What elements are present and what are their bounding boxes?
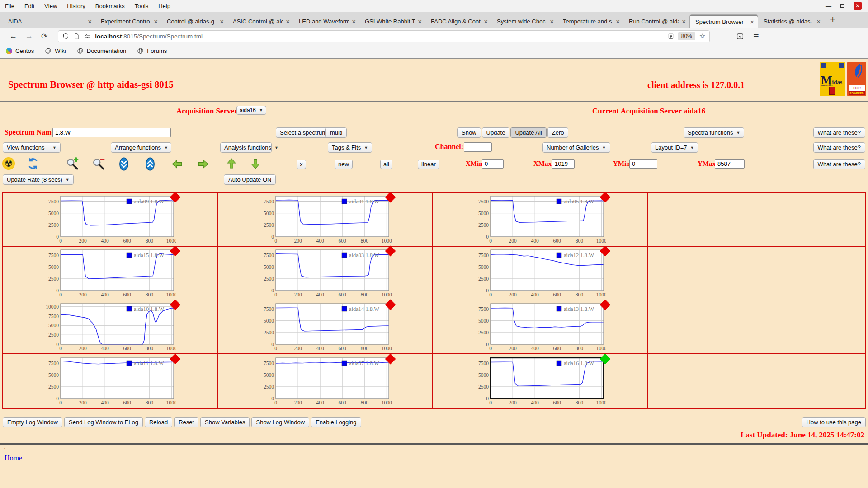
zoom-in-icon[interactable] [66, 157, 79, 171]
tab-close-icon[interactable]: × [285, 18, 291, 25]
tab-system-wide-chec[interactable]: System wide Chec× [491, 14, 557, 28]
what-are-these-button[interactable]: What are these? [813, 142, 865, 153]
new-tab-button[interactable]: + [824, 14, 841, 27]
reload-icon[interactable]: ⟳ [37, 32, 52, 41]
show-button[interactable]: Show [457, 127, 481, 138]
tab-gsi-white-rabbit-t[interactable]: GSI White Rabbit T× [359, 14, 425, 28]
tab-close-icon[interactable]: × [153, 18, 159, 25]
tab-close-icon[interactable]: × [219, 18, 225, 25]
zero-button[interactable]: Zero [547, 127, 569, 138]
tab-close-icon[interactable]: × [681, 18, 687, 25]
analysis-functions-dropdown[interactable]: Analysis functions▼ [220, 142, 272, 153]
hamburger-menu-icon[interactable]: ≡ [753, 31, 759, 42]
tab-close-icon[interactable]: × [749, 18, 755, 26]
what-are-these-button[interactable]: What are these? [813, 159, 865, 169]
expand-vertical-icon[interactable] [145, 157, 156, 171]
pocket-icon[interactable] [736, 33, 744, 40]
ymax-input[interactable] [715, 159, 745, 169]
tab-close-icon[interactable]: × [417, 18, 423, 25]
spectrum-chart-aida05[interactable]: 020040060080010000250050007500aida05 1.8… [474, 194, 606, 245]
tab-close-icon[interactable]: × [816, 18, 821, 25]
tab-experiment-contro[interactable]: Experiment Contro× [95, 14, 161, 28]
show-variables-button[interactable]: Show Variables [200, 417, 250, 427]
tab-led-and-waveform[interactable]: LED and Waveform× [293, 14, 359, 28]
refresh-icon[interactable] [27, 157, 39, 170]
back-icon[interactable]: ← [5, 32, 21, 41]
previous-arrow-icon[interactable] [170, 158, 184, 170]
gallery-cell-aida09[interactable]: 020040060080010000250050007500aida09 1.8… [3, 193, 218, 247]
auto-update-button[interactable]: Auto Update ON [224, 174, 276, 185]
all-button[interactable]: all [380, 160, 392, 169]
gallery-cell-aida15[interactable]: 020040060080010000250050007500aida15 1.8… [3, 247, 218, 300]
menu-help[interactable]: Help [153, 3, 175, 9]
view-functions-dropdown[interactable]: View functions▼ [3, 142, 61, 153]
maximize-icon[interactable] [840, 4, 844, 8]
spectrum-chart-aida10[interactable]: 02004006008001000025005000750010000aida1… [44, 302, 176, 352]
spectrum-chart-aida16[interactable]: 020040060080010000250050007500aida16 1.8… [474, 356, 606, 407]
zoom-level-badge[interactable]: 80% [678, 32, 695, 40]
spectrum-chart-aida01[interactable]: 020040060080010000250050007500aida01 1.8… [259, 194, 392, 245]
permissions-tune-icon[interactable] [84, 33, 91, 40]
reload-button[interactable]: Reload [145, 417, 172, 427]
close-icon[interactable]: ✕ [854, 2, 862, 10]
tab-close-icon[interactable]: × [615, 18, 621, 25]
channel-input[interactable] [464, 142, 492, 152]
home-link[interactable]: Home [5, 454, 22, 462]
tab-aida[interactable]: AIDA× [3, 14, 95, 28]
gallery-cell-aida10[interactable]: 02004006008001000025005000750010000aida1… [3, 300, 218, 354]
menu-tools[interactable]: Tools [130, 3, 153, 9]
spectrum-chart-aida15[interactable]: 020040060080010000250050007500aida15 1.8… [44, 248, 176, 299]
up-arrow-icon[interactable] [226, 156, 237, 171]
bookmark-forums[interactable]: Forums [137, 47, 167, 54]
radiation-icon[interactable]: ☢ [2, 157, 15, 170]
tab-fadc-align-cont[interactable]: FADC Align & Cont× [425, 14, 491, 28]
zoom-out-icon[interactable] [92, 157, 105, 171]
down-arrow-icon[interactable] [250, 156, 261, 171]
tab-close-icon[interactable]: × [483, 18, 489, 25]
tab-spectrum-browser[interactable]: Spectrum Browser× [689, 14, 758, 28]
xmin-input[interactable] [482, 159, 504, 169]
spectrum-chart-aida07[interactable]: 020040060080010000250050007500aida07 1.8… [259, 356, 392, 407]
menu-history[interactable]: History [62, 3, 90, 9]
menu-file[interactable]: File [0, 3, 19, 9]
acquisition-server-select[interactable]: aida16▼ [236, 106, 266, 115]
bookmark-star-icon[interactable]: ☆ [699, 32, 705, 40]
next-arrow-icon[interactable] [196, 158, 210, 170]
tab-temperature-and-s[interactable]: Temperature and s× [557, 14, 623, 28]
spectrum-name-input[interactable] [52, 128, 171, 137]
multi-button[interactable]: multi [326, 127, 347, 138]
linear-button[interactable]: linear [418, 160, 439, 169]
arrange-functions-dropdown[interactable]: Arrange functions▼ [111, 142, 171, 153]
tab-statistics-aidas[interactable]: Statistics @ aidas-× [758, 14, 824, 28]
gallery-cell-aida03[interactable]: 020040060080010000250050007500aida03 1.8… [218, 247, 433, 300]
gallery-cell-aida13[interactable]: 020040060080010000250050007500aida13 1.8… [433, 300, 648, 354]
number-of-galleries-dropdown[interactable]: Number of Galleries▼ [542, 142, 610, 153]
gallery-cell-aida16[interactable]: 020040060080010000250050007500aida16 1.8… [433, 354, 648, 408]
menu-edit[interactable]: Edit [19, 3, 39, 9]
spectrum-chart-aida03[interactable]: 020040060080010000250050007500aida03 1.8… [259, 248, 392, 299]
tags-fits-dropdown[interactable]: Tags & Fits▼ [328, 142, 372, 153]
send-log-window-to-elog-button[interactable]: Send Log Window to ELog [64, 417, 143, 427]
gallery-cell-aida12[interactable]: 020040060080010000250050007500aida12 1.8… [433, 247, 648, 300]
show-log-window-button[interactable]: Show Log Window [251, 417, 309, 427]
bookmark-centos[interactable]: Centos [6, 47, 34, 54]
menu-bookmarks[interactable]: Bookmarks [90, 3, 130, 9]
x-axis-button[interactable]: x [297, 160, 306, 169]
spectra-functions-dropdown[interactable]: Spectra functions▼ [684, 127, 744, 138]
xmax-input[interactable] [552, 159, 575, 169]
tab-run-control-aida[interactable]: Run Control @ aida× [623, 14, 689, 28]
gallery-cell-aida11[interactable]: 020040060080010000250050007500aida11 1.8… [3, 354, 218, 408]
empty-log-window-button[interactable]: Empty Log Window [3, 417, 62, 427]
spectrum-chart-aida11[interactable]: 020040060080010000250050007500aida11 1.8… [44, 356, 176, 407]
enable-logging-button[interactable]: Enable Logging [311, 417, 361, 427]
how-to-use-button[interactable]: How to use this page [802, 417, 866, 427]
what-are-these-button[interactable]: What are these? [813, 127, 865, 138]
gallery-cell-aida07[interactable]: 020040060080010000250050007500aida07 1.8… [218, 354, 433, 408]
tab-close-icon[interactable]: × [87, 18, 93, 25]
bookmark-wiki[interactable]: Wiki [45, 47, 66, 54]
bookmark-documentation[interactable]: Documentation [77, 47, 126, 54]
new-button[interactable]: new [335, 160, 353, 169]
spectrum-chart-aida09[interactable]: 020040060080010000250050007500aida09 1.8… [44, 194, 176, 245]
update-rate-dropdown[interactable]: Update Rate (8 secs)▼ [3, 174, 74, 185]
spectrum-chart-aida14[interactable]: 020040060080010000250050007500aida14 1.8… [259, 302, 392, 352]
